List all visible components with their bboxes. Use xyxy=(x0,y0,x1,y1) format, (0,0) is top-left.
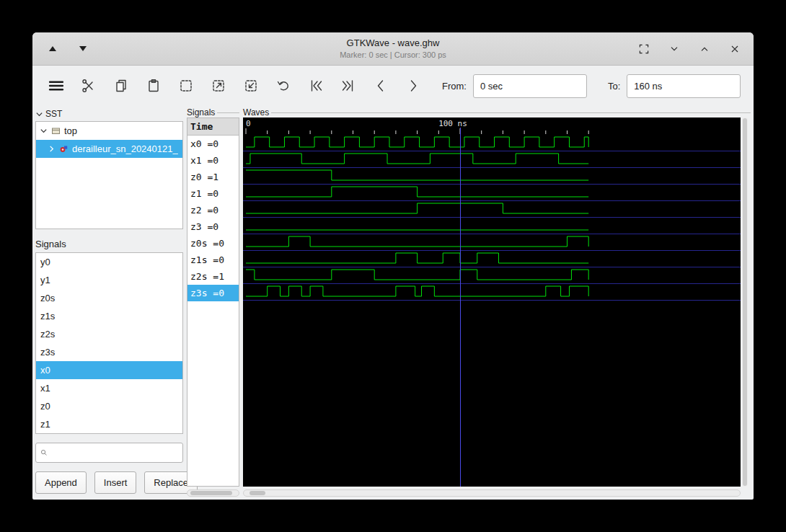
wave-z0s xyxy=(246,236,588,247)
go-to-end-icon[interactable] xyxy=(340,78,356,94)
from-input[interactable] xyxy=(473,74,587,98)
main-content: SST top derailleur_sn_20240121_ Signals xyxy=(32,106,754,500)
signal-row-z2s[interactable]: z2s =1 xyxy=(187,268,239,285)
waves-frame-label: Waves xyxy=(243,107,269,118)
waves-panel: Waves 0100 ns xyxy=(243,107,751,498)
signal-row-z1[interactable]: z1 =0 xyxy=(187,185,239,202)
search-input[interactable] xyxy=(51,448,178,458)
waves-hscrollbar[interactable] xyxy=(243,489,741,497)
go-to-start-icon[interactable] xyxy=(308,78,324,94)
tree-row-label: derailleur_sn_20240121_ xyxy=(72,143,178,154)
close-icon[interactable] xyxy=(728,42,742,56)
titlebar-arrow-down-icon[interactable] xyxy=(76,42,90,56)
sst-header-label: SST xyxy=(45,109,62,119)
search-icon xyxy=(40,448,48,458)
fullscreen-icon[interactable] xyxy=(637,42,651,56)
signal-list-item-x0[interactable]: x0 xyxy=(36,361,182,379)
expander-right-icon[interactable] xyxy=(48,145,56,153)
ruler-label: 100 ns xyxy=(438,119,467,128)
paste-icon[interactable] xyxy=(146,78,162,94)
signal-list-item-z0[interactable]: z0 xyxy=(36,397,182,415)
sst-signal-list: y0y1z0sz1sz2sz3sx0x1z0z1 xyxy=(35,252,183,434)
expander-down-icon[interactable] xyxy=(40,127,48,135)
waves-vscrollbar-thumb[interactable] xyxy=(743,118,747,486)
signal-row-z3s[interactable]: z3s =0 xyxy=(187,285,239,301)
signal-search-box xyxy=(35,443,183,463)
step-forward-icon[interactable] xyxy=(405,78,421,94)
gtkwave-window: GTKWave - wave.ghw Marker: 0 sec | Curso… xyxy=(32,32,754,500)
tree-row-top[interactable]: top xyxy=(36,122,182,140)
wave-x1 xyxy=(246,154,588,164)
menu-icon[interactable] xyxy=(48,78,64,94)
zoom-out-icon[interactable] xyxy=(243,78,259,94)
titlebar-arrow-up-icon[interactable] xyxy=(45,42,60,56)
signal-row-z0s[interactable]: z0s =0 xyxy=(187,235,239,252)
signals-hscrollbar-thumb[interactable] xyxy=(190,491,232,495)
signal-list-item-z2s[interactable]: z2s xyxy=(36,325,182,343)
zoom-fit-icon[interactable] xyxy=(178,78,194,94)
wave-z3s xyxy=(246,286,588,296)
wave-z0 xyxy=(246,170,588,180)
signal-row-x1[interactable]: x1 =0 xyxy=(187,152,239,169)
undo-icon[interactable] xyxy=(275,78,291,94)
wave-z2 xyxy=(246,203,588,213)
tree-row-label: top xyxy=(64,125,77,136)
entity-icon xyxy=(59,144,69,154)
copy-icon[interactable] xyxy=(113,78,129,94)
ruler-label: 0 xyxy=(246,119,251,128)
wave-z2s xyxy=(246,270,588,280)
signal-list-item-x1[interactable]: x1 xyxy=(36,379,182,397)
wave-z1 xyxy=(246,187,588,197)
waveform-display[interactable]: 0100 ns xyxy=(243,118,741,487)
time-header: Time xyxy=(187,118,239,136)
sst-expander-icon[interactable] xyxy=(35,110,43,118)
step-back-icon[interactable] xyxy=(373,78,389,94)
signals-frame-label: Signals xyxy=(187,107,215,118)
signal-row-z2[interactable]: z2 =0 xyxy=(187,202,239,218)
sst-tree: top derailleur_sn_20240121_ xyxy=(35,121,183,229)
signal-list-item-z1s[interactable]: z1s xyxy=(36,307,182,325)
zoom-in-icon[interactable] xyxy=(211,78,226,94)
hierarchy-top-icon xyxy=(51,126,61,136)
signal-name-list: Time x0 =0x1 =0z0 =1z1 =0z2 =0z3 =0z0s =… xyxy=(187,118,239,487)
maximize-icon[interactable] xyxy=(697,42,712,56)
insert-button[interactable]: Insert xyxy=(94,471,137,494)
waves-vscrollbar[interactable] xyxy=(742,118,748,487)
waves-hscrollbar-thumb[interactable] xyxy=(250,491,265,495)
wave-z1s xyxy=(246,253,588,263)
signals-hscrollbar[interactable] xyxy=(187,489,239,497)
minimize-icon[interactable] xyxy=(667,42,681,56)
signals-panel: Signals Time x0 =0x1 =0z0 =1z1 =0z2 =0z3… xyxy=(187,107,239,498)
signal-list-item-z3s[interactable]: z3s xyxy=(36,343,182,361)
signal-row-z3[interactable]: z3 =0 xyxy=(187,218,239,235)
toolbar: From: To: xyxy=(32,66,754,106)
tree-row-derailleur[interactable]: derailleur_sn_20240121_ xyxy=(36,140,182,158)
sst-signals-label: Signals xyxy=(35,236,183,251)
sst-buttons: Append Insert Replace xyxy=(35,471,183,494)
signal-list-item-z0s[interactable]: z0s xyxy=(36,289,182,307)
titlebar[interactable]: GTKWave - wave.ghw Marker: 0 sec | Curso… xyxy=(32,32,754,66)
wave-canvas[interactable]: 0100 ns xyxy=(243,118,741,487)
from-label: From: xyxy=(442,81,467,92)
to-input[interactable] xyxy=(627,74,741,98)
desktop-background: GTKWave - wave.ghw Marker: 0 sec | Curso… xyxy=(0,0,786,532)
signal-list-item-y0[interactable]: y0 xyxy=(36,253,182,271)
signal-list-item-y1[interactable]: y1 xyxy=(36,271,182,289)
sst-panel: SST top derailleur_sn_20240121_ Signals xyxy=(35,107,183,498)
to-label: To: xyxy=(608,81,620,92)
signal-list-item-z1[interactable]: z1 xyxy=(36,415,182,433)
signal-row-z0[interactable]: z0 =1 xyxy=(187,169,239,185)
append-button[interactable]: Append xyxy=(35,471,87,494)
signal-row-x0[interactable]: x0 =0 xyxy=(187,136,239,152)
signal-row-z1s[interactable]: z1s =0 xyxy=(187,252,239,268)
cut-icon[interactable] xyxy=(81,78,97,94)
wave-x0 xyxy=(246,137,588,147)
